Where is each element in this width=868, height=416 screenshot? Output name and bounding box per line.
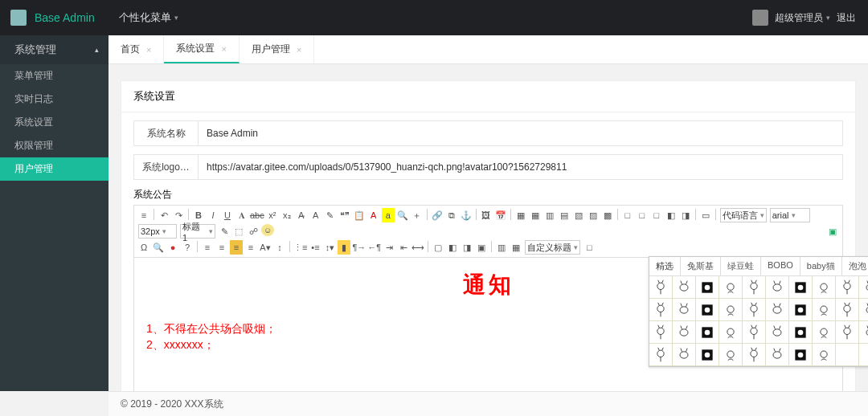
emoji-cell[interactable] — [743, 344, 766, 366]
blockquote-icon[interactable]: ❝❞ — [338, 208, 351, 222]
emoji-cell[interactable] — [813, 276, 836, 299]
tool-icon[interactable]: □ — [636, 208, 649, 222]
emoji-cell[interactable] — [673, 299, 696, 321]
tool-icon[interactable]: ▦ — [510, 240, 522, 255]
emoji-cell[interactable] — [719, 321, 743, 344]
directionrtl-icon[interactable]: ←¶ — [367, 240, 381, 255]
underline-icon[interactable]: U — [221, 208, 234, 222]
indent-icon[interactable]: ⇥ — [383, 240, 395, 255]
tool-icon[interactable]: ▥ — [495, 240, 508, 255]
page-icon[interactable]: ▭ — [699, 208, 712, 222]
tool-icon[interactable]: ▦ — [529, 208, 542, 222]
autotypeset-icon[interactable]: ✎ — [324, 208, 337, 222]
justifycenter-icon[interactable]: ≡ — [215, 240, 228, 255]
backcolor-icon[interactable]: a — [382, 208, 395, 222]
removeformat-icon[interactable]: A̶ — [295, 208, 308, 222]
emoji-cell[interactable] — [719, 344, 743, 366]
sidebar-item-log[interactable]: 实时日志 — [0, 88, 108, 111]
tab-system-settings[interactable]: 系统设置× — [164, 35, 239, 63]
emoji-cell[interactable] — [836, 344, 859, 366]
link-icon[interactable]: 🔗 — [431, 208, 444, 222]
close-icon[interactable]: × — [297, 45, 301, 55]
imagenone-icon[interactable]: ▢ — [432, 240, 444, 255]
emoji-cell[interactable] — [649, 299, 673, 321]
undo-icon[interactable]: ↶ — [158, 208, 170, 222]
emoji-cell[interactable] — [649, 344, 673, 366]
emoji-cell[interactable] — [813, 321, 836, 344]
pasteplain-icon[interactable]: 📋 — [353, 208, 366, 222]
fontborder-icon[interactable]: 𝐀 — [235, 208, 248, 222]
tool-icon[interactable]: ◧ — [665, 208, 678, 222]
emoji-cell[interactable] — [743, 299, 766, 321]
emoji-cell[interactable] — [789, 321, 813, 344]
directionltr-icon[interactable]: ¶→ — [352, 240, 366, 255]
fullscreen-icon[interactable]: ▣ — [826, 224, 839, 239]
fontfamily-select[interactable]: arial — [770, 208, 810, 222]
emoji-cell[interactable] — [719, 276, 743, 299]
logout-button[interactable]: 退出 — [837, 11, 856, 25]
emoji-cell[interactable] — [743, 321, 766, 344]
emoji-cell[interactable] — [766, 276, 789, 299]
emoji-cell[interactable] — [719, 299, 743, 321]
emoji-cell[interactable] — [743, 276, 766, 299]
emoji-cell[interactable] — [696, 344, 719, 366]
tool-icon[interactable]: □ — [650, 208, 663, 222]
outdent-icon[interactable]: ⇤ — [397, 240, 410, 255]
emoji-cell[interactable] — [696, 299, 719, 321]
subscript-icon[interactable]: x₂ — [280, 208, 293, 222]
strike-icon[interactable]: abc — [250, 208, 264, 222]
tool-icon[interactable]: ▨ — [587, 208, 600, 222]
emoji-cell[interactable] — [859, 276, 868, 299]
emoji-cell[interactable] — [836, 276, 859, 299]
tool-icon[interactable]: ☍ — [247, 224, 260, 239]
tool-icon[interactable]: ▥ — [543, 208, 556, 222]
tab-home[interactable]: 首页× — [108, 35, 164, 63]
highlight-icon[interactable]: ▮ — [338, 240, 350, 255]
image-icon[interactable]: 🖼 — [480, 208, 493, 222]
emoji-cell[interactable] — [766, 344, 789, 366]
emoji-cell[interactable] — [859, 299, 868, 321]
forecolor-icon[interactable]: A▾ — [259, 240, 272, 255]
sidebar-group-title[interactable]: 系统管理 ▴ — [0, 35, 108, 64]
tool-icon[interactable]: ▩ — [601, 208, 614, 222]
tool-icon[interactable]: ▧ — [572, 208, 585, 222]
fontcolor-icon[interactable]: A — [367, 208, 380, 222]
help-icon[interactable]: ? — [181, 240, 194, 255]
emoji-cell[interactable] — [789, 344, 813, 366]
emoji-cell[interactable] — [859, 321, 868, 344]
emoji-tab[interactable]: 泡泡 — [842, 257, 868, 275]
superscript-icon[interactable]: x² — [266, 208, 279, 222]
emoji-cell[interactable] — [673, 321, 696, 344]
italic-icon[interactable]: I — [207, 208, 219, 222]
tool-icon[interactable]: ⬚ — [232, 224, 245, 239]
lineheight-icon[interactable]: ↕▾ — [323, 240, 336, 255]
emoji-cell[interactable] — [766, 299, 789, 321]
emoji-cell[interactable] — [813, 299, 836, 321]
tool-icon[interactable]: ◨ — [679, 208, 692, 222]
user-avatar[interactable] — [752, 10, 768, 26]
emoji-tab[interactable]: 精选 — [649, 257, 681, 275]
emoji-cell[interactable] — [673, 276, 696, 299]
tool-icon[interactable]: ▦ — [514, 208, 527, 222]
date-icon[interactable]: 📅 — [494, 208, 507, 222]
emoji-cell[interactable] — [836, 321, 859, 344]
justifyjustify-icon[interactable]: ≡ — [244, 240, 257, 255]
emoji-cell[interactable] — [789, 276, 813, 299]
unlink-icon[interactable]: ⧉ — [445, 208, 458, 222]
top-menu-personal[interactable]: 个性化菜单 ▾ — [119, 10, 178, 25]
source-icon[interactable]: ≡ — [137, 208, 150, 222]
tool-icon[interactable]: ▤ — [558, 208, 571, 222]
input-system-logo[interactable]: https://avatar.gitee.com/uploads/0/51379… — [199, 161, 842, 173]
formatmatch-icon[interactable]: A — [309, 208, 322, 222]
unorderedlist-icon[interactable]: •≡ — [309, 240, 321, 255]
plus-icon[interactable]: ＋ — [411, 208, 424, 222]
emoji-cell[interactable] — [836, 299, 859, 321]
emoji-cell[interactable] — [789, 299, 813, 321]
tool-icon[interactable]: □ — [621, 208, 634, 222]
anchor-icon[interactable]: ⚓ — [460, 208, 473, 222]
input-system-name[interactable]: Base Admin — [199, 128, 842, 139]
emoji-icon[interactable]: ☺ — [261, 224, 274, 236]
emoji-cell[interactable] — [673, 344, 696, 366]
map-icon[interactable]: ● — [166, 240, 179, 255]
emoji-cell[interactable] — [649, 321, 673, 344]
